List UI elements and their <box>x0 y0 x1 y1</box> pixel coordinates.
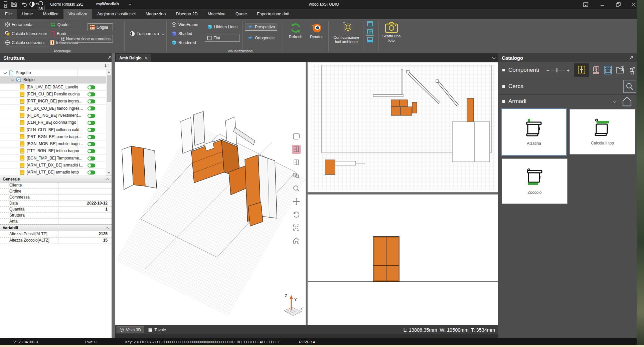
visibility-toggle[interactable] <box>88 85 95 89</box>
calcola-intersezioni-button[interactable]: Calcola Intersezioni <box>3 30 49 37</box>
visibility-toggle[interactable] <box>88 170 95 175</box>
catalog-section-componenti[interactable]: Componenti − + <box>498 62 637 78</box>
tree-item-row[interactable]: [BA_LAV_BE] BASE_Lavello <box>0 84 106 91</box>
visibility-toggle[interactable] <box>88 135 95 139</box>
vista-3d-tab[interactable]: Vista 3D <box>117 326 144 333</box>
scroll-up-icon[interactable] <box>108 71 110 73</box>
slider-track[interactable] <box>551 70 565 70</box>
configurazione-luci-button[interactable]: Configurazione luci ambiente <box>331 22 362 44</box>
category-decor-button[interactable] <box>628 65 636 75</box>
wireframe-button[interactable]: WireFrame <box>169 21 200 28</box>
pan-tool[interactable] <box>292 197 301 206</box>
restore-button[interactable] <box>613 1 624 8</box>
numerazione-automatica-button[interactable]: 1 2 3 4 Numerazione automatica <box>59 35 113 43</box>
menu-tab-visualizza[interactable]: Visualizza <box>63 9 92 19</box>
rotate-tool[interactable] <box>292 210 301 219</box>
category-hardware-button[interactable] <box>592 65 600 75</box>
prop-row-struttura[interactable]: Struttura <box>0 213 112 219</box>
collapse-icon[interactable] <box>106 227 109 230</box>
tree-item-row[interactable]: [PRT_INGR_BE] porta ingres... <box>0 98 106 105</box>
catalog-section-armadi[interactable]: Armadi <box>498 95 637 108</box>
zoom-in-icon[interactable]: + <box>567 67 570 73</box>
prospettiva-button[interactable]: Prospettiva <box>245 23 277 31</box>
tree-item-row[interactable]: [FI_DX_ING_BE] rivestiment... <box>0 112 106 119</box>
document-tab[interactable]: Amb Belgio <box>116 54 151 62</box>
view-3d[interactable]: Z Y X <box>115 62 306 325</box>
undo-icon[interactable] <box>21 1 27 7</box>
tab-list-chevron-icon[interactable] <box>492 56 496 59</box>
fit-view-tool[interactable] <box>292 223 301 232</box>
cabinet-select-tool[interactable] <box>292 145 301 154</box>
visibility-toggle[interactable] <box>88 99 95 103</box>
slider-thumb[interactable] <box>556 68 557 72</box>
prop-row-anta[interactable]: Anta <box>0 219 112 225</box>
rendered-button[interactable]: Rendered <box>169 39 200 46</box>
category-cabinets-button[interactable] <box>574 63 589 77</box>
zoom-tool[interactable] <box>292 184 301 193</box>
quote-button[interactable]: Quote <box>48 21 80 28</box>
prop-row-altezza-pensili[interactable]: Altezza Pensili[ALTP]2125 <box>0 231 112 238</box>
zoom-out-icon[interactable]: − <box>546 67 549 73</box>
visibility-toggle[interactable] <box>88 121 95 125</box>
visibility-toggle[interactable] <box>88 163 95 167</box>
variabili-section-header[interactable]: Variabili <box>0 225 112 231</box>
wardrobe-tool[interactable] <box>292 158 301 167</box>
marquee-select-tool[interactable] <box>292 132 301 141</box>
app-menu[interactable]: myWoodlab <box>96 2 119 6</box>
chevron-down-icon[interactable] <box>613 100 616 102</box>
tree-item-row[interactable]: [BGN_TMP_BE] Tamponame... <box>0 155 106 162</box>
catalog-card-alzatina[interactable]: Alzatina <box>501 108 567 156</box>
layout-single-button[interactable] <box>367 21 373 27</box>
prop-row-ordine[interactable]: Ordine <box>0 189 112 195</box>
category-library-button[interactable] <box>616 66 625 74</box>
minimize-button[interactable] <box>597 1 608 8</box>
chevron-down-icon[interactable] <box>11 78 14 81</box>
visibility-toggle[interactable] <box>88 142 95 146</box>
scatta-foto-button[interactable]: Scatta una foto <box>381 22 402 43</box>
catalog-card-zoccolo[interactable]: Zoccolo <box>502 158 568 204</box>
flat-button[interactable]: Flat <box>205 34 240 42</box>
pin-icon[interactable] <box>107 56 112 60</box>
menu-tab-macchina[interactable]: Macchina <box>203 9 231 19</box>
layout-split-horizontal-button[interactable] <box>367 37 373 43</box>
prop-row-commessa[interactable]: Commessa <box>0 195 112 201</box>
pin-icon[interactable] <box>629 56 633 60</box>
prop-row-cliente[interactable]: Cliente <box>0 183 112 189</box>
hidden-lines-button[interactable]: Hidden Lines <box>205 23 240 31</box>
tree-item-row[interactable]: [ARM_LTT_BE] armadio letto <box>0 169 106 176</box>
ferramenta-button[interactable]: Ferramenta <box>3 21 49 28</box>
menu-tab-magazzino[interactable]: Magazzino <box>141 9 171 19</box>
visibility-toggle[interactable] <box>88 149 95 153</box>
calcola-sottrazioni-button[interactable]: Calcola sottrazioni <box>3 39 49 46</box>
tree-item-row[interactable]: [CLN_CLD_BE] collonna cald... <box>0 126 106 133</box>
home-category-icon[interactable] <box>621 96 633 107</box>
visibility-toggle[interactable] <box>88 156 95 160</box>
generale-section-header[interactable]: Generale <box>0 176 112 183</box>
prop-row-altezza-zoccolo[interactable]: Altezza Zoccolo[ALTZ]15 <box>0 238 112 244</box>
visibility-toggle[interactable] <box>88 114 95 118</box>
ribbon-options-button[interactable] <box>580 1 591 8</box>
headset-icon[interactable] <box>38 1 44 6</box>
visibility-toggle[interactable] <box>88 92 95 96</box>
shaded-button[interactable]: Shaded <box>169 30 200 37</box>
sort-icon[interactable] <box>104 63 110 68</box>
tree-item-row[interactable]: [PRT_BGN_BE] parete bagn... <box>0 133 106 140</box>
category-appliances-button[interactable] <box>604 65 612 75</box>
tavole-tab[interactable]: Tavole <box>146 326 169 333</box>
menu-tab-file[interactable]: File <box>0 9 17 19</box>
catalog-section-cerca[interactable]: Cerca <box>498 78 637 95</box>
close-tab-icon[interactable] <box>145 57 148 60</box>
tree-item-row[interactable]: [FI_SX_CU_BE] fianco ingres... <box>0 105 106 112</box>
refresh-button[interactable]: Refresh <box>286 22 306 39</box>
prop-row-quantita[interactable]: Quantità1 <box>0 207 112 213</box>
prop-row-data[interactable]: Data2022-10-12 <box>0 201 112 207</box>
tree-item-row[interactable]: [ARM_LTT_DX_BE] armadio l... <box>0 162 106 169</box>
scroll-down-icon[interactable] <box>108 172 110 174</box>
tree-item-row[interactable]: [BGN_MOB_BE] mobile bagn... <box>0 140 106 147</box>
render-button[interactable]: Render <box>306 22 326 39</box>
menu-tab-aggiorna[interactable]: Aggiorna / sostituisci <box>92 9 141 19</box>
home-view-tool[interactable] <box>292 236 301 245</box>
menu-tab-quote[interactable]: Quote <box>230 9 252 19</box>
panel-splitter[interactable] <box>112 53 115 338</box>
visibility-toggle[interactable] <box>88 128 95 132</box>
